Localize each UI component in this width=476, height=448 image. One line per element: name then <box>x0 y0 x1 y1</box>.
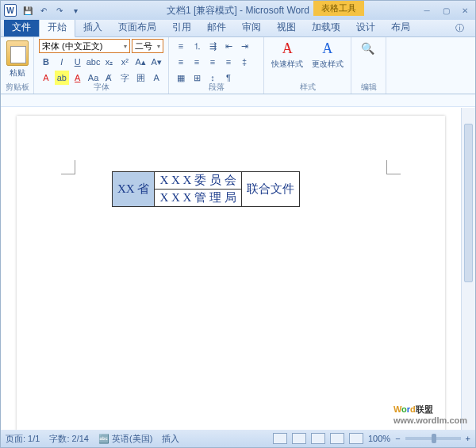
clipboard-group-label: 剪贴板 <box>1 82 33 93</box>
tab-design[interactable]: 设计 <box>348 18 383 36</box>
draft-view-button[interactable] <box>349 433 363 444</box>
watermark-brand: Word联盟 <box>393 404 467 415</box>
table-cell-left[interactable]: XX 省 <box>113 172 155 207</box>
chevron-down-icon: ▾ <box>124 43 127 50</box>
app-icon[interactable]: W <box>4 4 17 17</box>
margin-corner-tr <box>386 160 401 174</box>
subscript-button[interactable]: x₂ <box>102 55 117 69</box>
window-title: 文档1 [兼容模式] - Microsoft Word <box>167 4 309 17</box>
zoom-out-button[interactable]: − <box>395 434 400 443</box>
status-words[interactable]: 字数: 2/14 <box>49 433 89 445</box>
titlebar: W 💾 ↶ ↷ ▾ 文档1 [兼容模式] - Microsoft Word 表格… <box>1 1 475 20</box>
font-name-combo[interactable]: 宋体 (中文正文)▾ <box>39 39 130 53</box>
ribbon: 粘贴 剪贴板 宋体 (中文正文)▾ 二号▾ B I U abc x₂ x² A▴… <box>1 37 475 94</box>
status-language[interactable]: 🔤 英语(美国) <box>98 433 152 445</box>
print-layout-view-button[interactable] <box>273 433 287 444</box>
group-editing: 编辑 <box>351 37 386 94</box>
document-table[interactable]: XX 省 X X X 委 员 会 联合文件 X X X 管 理 局 <box>112 171 300 207</box>
zoom-handle[interactable] <box>432 434 436 443</box>
group-paragraph: ≡ ⒈ ⇶ ⇤ ⇥ ≡ ≡ ≡ ≡ ‡ ▦ ⊞ ↕ ¶ 段落 <box>169 37 264 94</box>
grow-font-button[interactable]: A▴ <box>133 55 148 69</box>
minimize-button[interactable]: ─ <box>420 5 434 16</box>
help-icon[interactable]: ⓘ <box>451 20 469 36</box>
status-page[interactable]: 页面: 1/1 <box>6 433 40 445</box>
tab-page-layout[interactable]: 页面布局 <box>110 18 164 36</box>
quick-styles-icon: A <box>282 40 293 57</box>
tab-references[interactable]: 引用 <box>164 18 199 36</box>
multilevel-button[interactable]: ⇶ <box>205 39 220 53</box>
table-cell-bottom-right[interactable]: X X X 管 理 局 <box>155 190 241 207</box>
change-styles-label: 更改样式 <box>312 59 344 70</box>
tab-home[interactable]: 开始 <box>39 17 75 37</box>
font-group-label: 字体 <box>34 82 168 93</box>
zoom-level[interactable]: 100% <box>368 434 390 443</box>
font-size-combo[interactable]: 二号▾ <box>132 39 163 53</box>
page: XX 省 X X X 委 员 会 联合文件 X X X 管 理 局 <box>17 116 445 430</box>
redo-icon[interactable]: ↷ <box>53 4 66 17</box>
justify-button[interactable]: ≡ <box>221 55 236 69</box>
group-font: 宋体 (中文正文)▾ 二号▾ B I U abc x₂ x² A▴ A▾ A a… <box>34 37 169 94</box>
status-right: 100% − + <box>273 433 470 444</box>
status-insert-mode[interactable]: 插入 <box>162 433 179 445</box>
bold-button[interactable]: B <box>39 55 53 69</box>
zoom-slider[interactable] <box>405 437 461 440</box>
group-clipboard: 粘贴 剪贴板 <box>1 37 34 94</box>
close-button[interactable]: ✕ <box>458 5 472 16</box>
save-icon[interactable]: 💾 <box>21 4 34 17</box>
align-left-button[interactable]: ≡ <box>174 55 188 69</box>
styles-group-label: 样式 <box>264 82 351 93</box>
tab-addins[interactable]: 加载项 <box>304 18 348 36</box>
increase-indent-button[interactable]: ⇥ <box>237 39 251 53</box>
window-controls: ─ ▢ ✕ <box>420 5 472 16</box>
underline-button[interactable]: U <box>71 55 85 69</box>
find-icon[interactable] <box>361 42 377 58</box>
outline-view-button[interactable] <box>330 433 344 444</box>
line-spacing-button[interactable]: ‡ <box>237 55 251 69</box>
quick-access-toolbar: 💾 ↶ ↷ ▾ <box>21 4 82 17</box>
tab-view[interactable]: 视图 <box>269 18 304 36</box>
change-styles-button[interactable]: A 更改样式 <box>309 40 347 70</box>
shrink-font-button[interactable]: A▾ <box>149 55 163 69</box>
decrease-indent-button[interactable]: ⇤ <box>221 39 236 53</box>
quick-styles-label: 快速样式 <box>271 59 303 70</box>
editing-group-label: 编辑 <box>351 82 386 93</box>
quick-styles-button[interactable]: A 快速样式 <box>269 40 306 70</box>
strikethrough-button[interactable]: abc <box>86 55 101 69</box>
status-bar: 页面: 1/1 字数: 2/14 🔤 英语(美国) 插入 100% − + <box>1 430 475 447</box>
tab-table-layout[interactable]: 布局 <box>383 18 418 36</box>
undo-icon[interactable]: ↶ <box>37 4 50 17</box>
web-view-button[interactable] <box>311 433 325 444</box>
fullscreen-view-button[interactable] <box>292 433 306 444</box>
paste-icon[interactable] <box>6 40 29 66</box>
table-tools-contextual-tab: 表格工具 <box>313 1 364 16</box>
font-size-value: 二号 <box>135 40 152 52</box>
align-right-button[interactable]: ≡ <box>205 55 220 69</box>
change-styles-icon: A <box>322 40 332 57</box>
vertical-scrollbar[interactable] <box>461 108 475 430</box>
tab-mailings[interactable]: 邮件 <box>199 18 234 36</box>
tab-file[interactable]: 文件 <box>4 18 39 36</box>
chevron-down-icon: ▾ <box>157 43 160 50</box>
status-language-value: 英语(美国) <box>112 434 152 443</box>
zoom-in-button[interactable]: + <box>466 434 470 443</box>
font-name-value: 宋体 (中文正文) <box>42 40 102 52</box>
watermark-url: www.wordlm.com <box>393 415 467 425</box>
table-cell-top-right[interactable]: X X X 委 员 会 <box>155 172 241 190</box>
superscript-button[interactable]: x² <box>117 55 132 69</box>
tab-review[interactable]: 审阅 <box>234 18 269 36</box>
group-styles: A 快速样式 A 更改样式 样式 <box>264 37 351 94</box>
horizontal-ruler[interactable] <box>1 94 475 107</box>
numbering-button[interactable]: ⒈ <box>190 39 204 53</box>
bullets-button[interactable]: ≡ <box>174 39 188 53</box>
scrollbar-thumb[interactable] <box>464 124 473 282</box>
maximize-button[interactable]: ▢ <box>439 5 453 16</box>
align-center-button[interactable]: ≡ <box>190 55 204 69</box>
document-area[interactable]: XX 省 X X X 委 员 会 联合文件 X X X 管 理 局 <box>1 108 461 430</box>
tab-insert[interactable]: 插入 <box>75 18 110 36</box>
watermark: Word联盟 www.wordlm.com <box>393 404 467 425</box>
word-window: W 💾 ↶ ↷ ▾ 文档1 [兼容模式] - Microsoft Word 表格… <box>0 0 476 448</box>
ribbon-tabs: 文件 开始 插入 页面布局 引用 邮件 审阅 视图 加载项 设计 布局 ⓘ <box>1 20 475 37</box>
qat-dropdown-icon[interactable]: ▾ <box>69 4 82 17</box>
table-cell-right[interactable]: 联合文件 <box>241 172 299 207</box>
italic-button[interactable]: I <box>55 55 69 69</box>
